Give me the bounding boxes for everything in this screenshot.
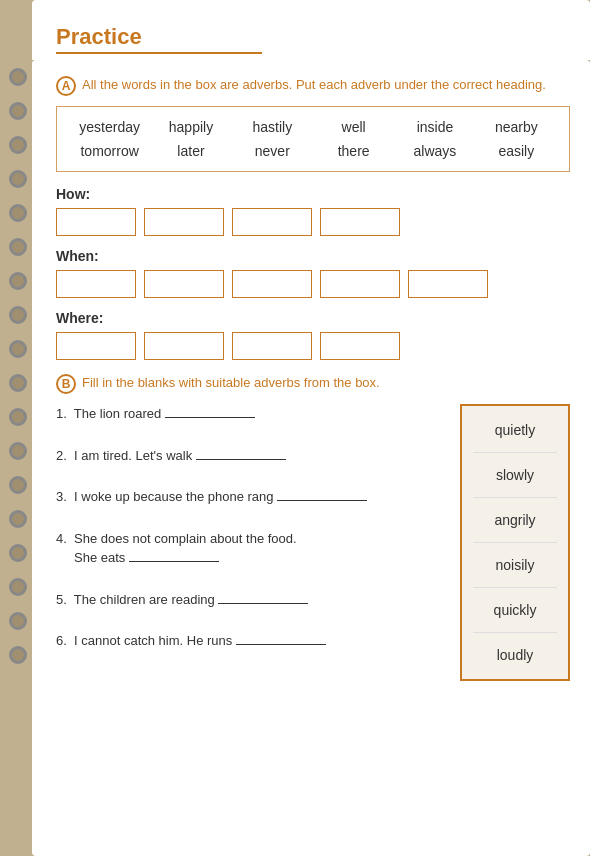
word-well: well <box>319 119 389 135</box>
spiral-hole <box>9 646 27 664</box>
sentence-4-text: 4. She does not complain about the food.… <box>56 531 297 566</box>
category-where-label: Where: <box>56 310 570 326</box>
blank-5[interactable] <box>218 590 308 604</box>
main-page: A All the words in the box are adverbs. … <box>32 60 590 856</box>
where-box-4[interactable] <box>320 332 400 360</box>
category-when-label: When: <box>56 248 570 264</box>
sentence-6: 6. I cannot catch him. He runs <box>56 631 440 651</box>
spiral-hole <box>9 68 27 86</box>
category-where: Where: <box>56 310 570 360</box>
page-wrapper: Practice A All the words in the box are … <box>0 0 590 856</box>
section-b-content: B Fill in the blanks with suitable adver… <box>56 374 570 681</box>
spiral-hole <box>9 408 27 426</box>
when-answer-boxes <box>56 270 570 298</box>
word-yesterday: yesterday <box>75 119 145 135</box>
sentence-1: 1. The lion roared <box>56 404 440 424</box>
spiral-hole <box>9 578 27 596</box>
blank-6[interactable] <box>236 631 326 645</box>
word-never: never <box>237 143 307 159</box>
word-hastily: hastily <box>237 119 307 135</box>
sentence-5-text: 5. The children are reading <box>56 592 308 607</box>
blank-3[interactable] <box>277 487 367 501</box>
how-box-3[interactable] <box>232 208 312 236</box>
answer-quickly: quickly <box>462 594 568 626</box>
sentence-3: 3. I woke up because the phone rang <box>56 487 440 507</box>
section-a-label: A <box>56 76 76 96</box>
sentences-area: 1. The lion roared 2. I am tired. Let's … <box>56 404 450 673</box>
how-box-2[interactable] <box>144 208 224 236</box>
section-a-instruction: All the words in the box are adverbs. Pu… <box>82 76 570 94</box>
where-box-2[interactable] <box>144 332 224 360</box>
word-always: always <box>400 143 470 159</box>
sentence-4: 4. She does not complain about the food.… <box>56 529 440 568</box>
where-box-3[interactable] <box>232 332 312 360</box>
title-area: Practice <box>32 0 590 60</box>
spiral-binding <box>0 60 36 856</box>
spiral-hole <box>9 204 27 222</box>
sentence-3-text: 3. I woke up because the phone rang <box>56 489 367 504</box>
when-box-3[interactable] <box>232 270 312 298</box>
answer-quietly: quietly <box>462 414 568 446</box>
word-nearby: nearby <box>481 119 551 135</box>
how-box-1[interactable] <box>56 208 136 236</box>
category-when: When: <box>56 248 570 298</box>
sentence-6-text: 6. I cannot catch him. He runs <box>56 633 326 648</box>
spiral-hole <box>9 170 27 188</box>
answer-loudly: loudly <box>462 639 568 671</box>
word-inside: inside <box>400 119 470 135</box>
answer-angrily: angrily <box>462 504 568 536</box>
sentence-1-num: 1. The lion roared <box>56 406 255 421</box>
where-answer-boxes <box>56 332 570 360</box>
section-b-label: B <box>56 374 76 394</box>
sentence-5: 5. The children are reading <box>56 590 440 610</box>
how-answer-boxes <box>56 208 570 236</box>
answer-noisily: noisily <box>462 549 568 581</box>
section-b-instruction-row: B Fill in the blanks with suitable adver… <box>56 374 570 394</box>
blank-4[interactable] <box>129 548 219 562</box>
word-box: yesterday happily hastily well inside ne… <box>56 106 570 172</box>
word-easily: easily <box>481 143 551 159</box>
spiral-hole <box>9 272 27 290</box>
spiral-hole <box>9 306 27 324</box>
word-happily: happily <box>156 119 226 135</box>
spiral-hole <box>9 442 27 460</box>
spiral-hole <box>9 136 27 154</box>
word-later: later <box>156 143 226 159</box>
section-b-layout: 1. The lion roared 2. I am tired. Let's … <box>56 404 570 681</box>
word-row-2: tomorrow later never there always easily <box>69 139 557 163</box>
word-tomorrow: tomorrow <box>75 143 145 159</box>
sentence-2: 2. I am tired. Let's walk <box>56 446 440 466</box>
how-box-4[interactable] <box>320 208 400 236</box>
word-there: there <box>319 143 389 159</box>
when-box-1[interactable] <box>56 270 136 298</box>
spiral-hole <box>9 612 27 630</box>
blank-1[interactable] <box>165 404 255 418</box>
category-how: How: <box>56 186 570 236</box>
spiral-hole <box>9 476 27 494</box>
answers-box: quietly slowly angrily noisily quickly l… <box>460 404 570 681</box>
when-box-5[interactable] <box>408 270 488 298</box>
when-box-2[interactable] <box>144 270 224 298</box>
sentence-2-text: 2. I am tired. Let's walk <box>56 448 286 463</box>
spiral-hole <box>9 510 27 528</box>
spiral-hole <box>9 340 27 358</box>
section-a-instruction-row: A All the words in the box are adverbs. … <box>56 76 570 96</box>
category-how-label: How: <box>56 186 570 202</box>
section-b-instruction: Fill in the blanks with suitable adverbs… <box>82 374 570 392</box>
spiral-hole <box>9 102 27 120</box>
spiral-hole <box>9 374 27 392</box>
spiral-hole <box>9 544 27 562</box>
spiral-hole <box>9 238 27 256</box>
page-title: Practice <box>56 24 262 54</box>
word-row-1: yesterday happily hastily well inside ne… <box>69 115 557 139</box>
answer-slowly: slowly <box>462 459 568 491</box>
when-box-4[interactable] <box>320 270 400 298</box>
blank-2[interactable] <box>196 446 286 460</box>
where-box-1[interactable] <box>56 332 136 360</box>
